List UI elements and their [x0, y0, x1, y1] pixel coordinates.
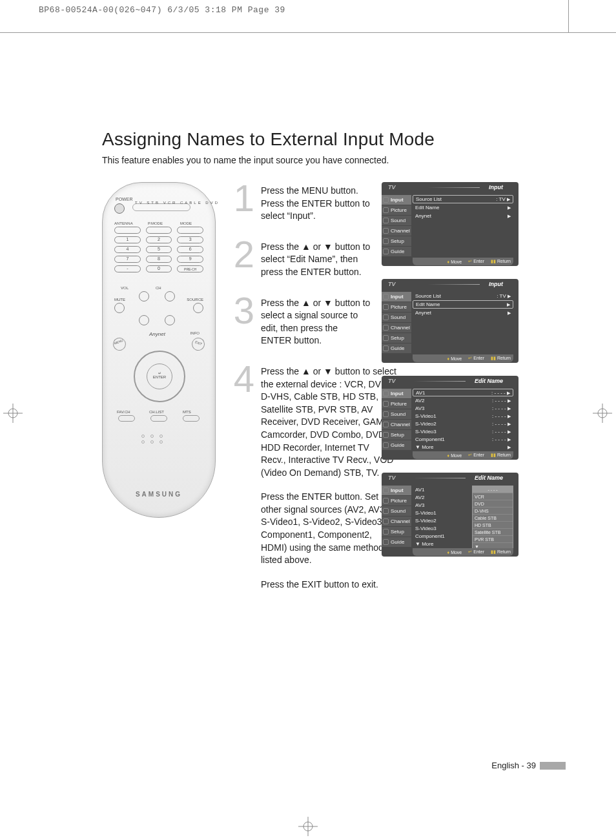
osd-sidebar-item: Sound	[382, 312, 411, 323]
page-footer: English - 39	[491, 761, 566, 770]
osd-sidebar-item: Setup	[382, 430, 411, 440]
osd-row: S-Video2: - - - - ▶	[413, 420, 513, 427]
osd-sidebar-item: Channel	[382, 517, 411, 527]
enter-button: ↵ENTER	[147, 364, 172, 389]
registration-mark-icon	[298, 817, 318, 836]
osd-panel: TVEdit Name InputPictureSoundChannelSetu…	[382, 473, 518, 557]
dropdown-item: - - - -	[473, 486, 513, 493]
remote-illustration: POWER TV STB VCR CABLE DVD ANTENNA P.MOD…	[102, 182, 216, 518]
registration-mark-icon	[3, 404, 23, 423]
page-title: Assigning Names to External Input Mode	[102, 129, 435, 150]
osd-sidebar-item: Input	[382, 195, 411, 205]
osd-footer: ♦Move ↵Enter ▮▮Return	[413, 451, 513, 459]
osd-row: S-Video3: - - - - ▶	[413, 427, 513, 435]
osd-sidebar-item: Channel	[382, 323, 411, 333]
osd-row: AV2: - - - - ▶	[413, 396, 513, 404]
osd-titlebar: TVInput	[388, 281, 512, 290]
osd-sidebar-item: Input	[382, 389, 411, 399]
osd-sidebar-item: Picture	[382, 205, 411, 216]
page-subtitle: This feature enables you to name the inp…	[102, 155, 389, 165]
osd-footer: ♦Move ↵Enter ▮▮Return	[413, 548, 513, 556]
dropdown-item: HD STB	[473, 522, 513, 529]
step-text: Press the ▲ or ▼ button to select the ex…	[261, 363, 396, 603]
osd-row: Edit Name ▶	[413, 203, 513, 212]
step-number: 3	[231, 294, 254, 347]
step-number: 1	[231, 182, 254, 223]
osd-titlebar: TVEdit Name	[388, 475, 512, 484]
osd-content: Source List: TV ▶Edit Name ▶Anynet ▶	[413, 195, 513, 257]
osd-row: Anynet ▶	[413, 309, 513, 317]
dropdown-item: PVR STB	[473, 536, 513, 543]
osd-row: Source List: TV ▶	[413, 195, 513, 203]
osd-sidebar: InputPictureSoundChannelSetupGuide	[382, 486, 411, 548]
osd-row: Edit Name ▶	[413, 300, 513, 309]
osd-sidebar-item: Guide	[382, 343, 411, 354]
osd-sidebar: InputPictureSoundChannelSetupGuide	[382, 389, 411, 451]
exit-button-icon: EXIT	[190, 336, 207, 353]
osd-sidebar: InputPictureSoundChannelSetupGuide	[382, 292, 411, 354]
step-text: Press the ▲ or ▼ button to select a sign…	[261, 294, 371, 347]
step-number: 2	[231, 238, 254, 279]
osd-sidebar-item: Guide	[382, 440, 411, 451]
osd-content: Source List: TV ▶Edit Name ▶Anynet ▶	[413, 292, 513, 354]
dropdown-item: Cable STB	[473, 515, 513, 522]
osd-titlebar: TVInput	[388, 184, 512, 193]
osd-sidebar-item: Input	[382, 292, 411, 302]
osd-row: AV3: - - - - ▶	[413, 404, 513, 412]
osd-sidebar-item: Setup	[382, 333, 411, 343]
osd-panel: TVInput InputPictureSoundChannelSetupGui…	[382, 182, 518, 266]
osd-sidebar-item: Channel	[382, 420, 411, 430]
osd-row: Anynet ▶	[413, 212, 513, 220]
dropdown-item: Satellite STB	[473, 529, 513, 536]
osd-panel: TVEdit Name InputPictureSoundChannelSetu…	[382, 376, 518, 460]
menu-button-icon: MENU	[111, 336, 128, 353]
step-text: Press the ▲ or ▼ button to select “Edit …	[261, 238, 371, 279]
osd-sidebar-item: Channel	[382, 226, 411, 236]
dropdown-item: DVD	[473, 500, 513, 507]
osd-sidebar-item: Picture	[382, 302, 411, 312]
osd-sidebar-item: Picture	[382, 399, 411, 409]
osd-row: S-Video1: - - - - ▶	[413, 412, 513, 420]
osd-footer: ♦Move ↵Enter ▮▮Return	[413, 258, 513, 265]
osd-sidebar-item: Guide	[382, 537, 411, 548]
osd-sidebar-item: Input	[382, 486, 411, 496]
osd-sidebar-item: Picture	[382, 496, 411, 506]
crop-mark	[0, 32, 616, 33]
osd-sidebar-item: Setup	[382, 527, 411, 537]
osd-row: Source List: TV ▶	[413, 292, 513, 300]
osd-sidebar: InputPictureSoundChannelSetupGuide	[382, 195, 411, 257]
osd-footer: ♦Move ↵Enter ▮▮Return	[413, 354, 513, 362]
registration-mark-icon	[593, 404, 612, 423]
osd-sidebar-item: Sound	[382, 409, 411, 420]
osd-dropdown: - - - -VCRDVDD-VHSCable STBHD STBSatelli…	[472, 486, 513, 551]
osd-sidebar-item: Sound	[382, 506, 411, 517]
step-number: 4	[231, 363, 254, 603]
osd-sidebar-item: Setup	[382, 236, 411, 247]
osd-panel: TVInput InputPictureSoundChannelSetupGui…	[382, 279, 518, 363]
crop-mark	[568, 0, 569, 32]
osd-row: AV1: - - - - ▶	[413, 389, 513, 396]
power-button-icon	[114, 203, 125, 214]
osd-row: Component1: - - - - ▶	[413, 435, 513, 443]
osd-sidebar-item: Guide	[382, 247, 411, 257]
osd-row: ▼ More ▶	[413, 443, 513, 451]
dropdown-item: VCR	[473, 493, 513, 500]
osd-sidebar-item: Sound	[382, 216, 411, 226]
crop-header: BP68-00524A-00(026~047) 6/3/05 3:18 PM P…	[39, 5, 285, 15]
remote-brand: SAMSUNG	[103, 491, 215, 498]
step-text: Press the MENU button. Press the ENTER b…	[261, 182, 371, 223]
osd-titlebar: TVEdit Name	[388, 378, 512, 387]
dropdown-item: D-VHS	[473, 507, 513, 515]
osd-content: AV1: - - - - ▶AV2: - - - - ▶AV3: - - - -…	[413, 389, 513, 451]
